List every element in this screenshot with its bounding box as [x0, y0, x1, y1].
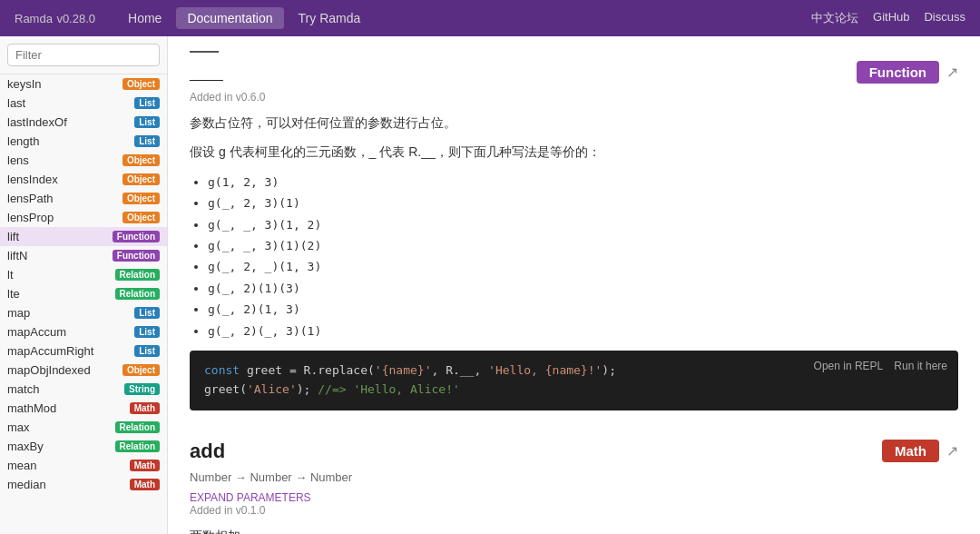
- section-header: ___ Function ↗: [190, 60, 958, 84]
- sidebar-item-median[interactable]: medianMath: [0, 475, 167, 494]
- sidebar-item-label: mapAccumRight: [7, 344, 93, 358]
- list-item: g(_, 2)(1, 3): [208, 299, 958, 320]
- function-code-links: Open in REPL Run it here: [814, 360, 947, 372]
- add-desc: 两数相加。: [190, 526, 958, 535]
- sidebar-item-label: lensIndex: [7, 173, 58, 186]
- sidebar-badge: Math: [130, 402, 160, 414]
- add-badge: Math: [882, 440, 939, 462]
- sidebar-badge: Math: [130, 460, 160, 471]
- sidebar-badge: Function: [113, 231, 160, 242]
- content-area: ___ Function ↗ Added in v0.6.0 参数占位符，可以对…: [168, 36, 980, 534]
- sidebar-badge: Object: [122, 173, 160, 185]
- nav-discuss[interactable]: Discuss: [924, 10, 965, 26]
- sidebar-item-lte[interactable]: lteRelation: [0, 284, 167, 303]
- sidebar-list: keysInObjectlastListlastIndexOfListlengt…: [0, 74, 167, 534]
- sidebar-item-label: lte: [7, 287, 20, 301]
- list-item: g(_, 2, 3)(1): [208, 193, 958, 213]
- sidebar-item-lensprop[interactable]: lensPropObject: [0, 208, 167, 227]
- sidebar-badge: Function: [113, 250, 160, 262]
- list-item: g(1, 2, 3): [208, 172, 958, 193]
- search-bar: [0, 36, 167, 74]
- list-item: g(_, _, 3)(1)(2): [208, 235, 958, 256]
- brand: Ramda v0.28.0: [15, 10, 95, 26]
- nav-chinese-forum[interactable]: 中文论坛: [811, 10, 858, 26]
- sidebar-item-label: lift: [7, 230, 19, 243]
- nav-home[interactable]: Home: [117, 7, 172, 29]
- sidebar-item-liftn[interactable]: liftNFunction: [0, 246, 167, 265]
- sidebar-item-lensindex[interactable]: lensIndexObject: [0, 170, 167, 189]
- nav-links: Home Documentation Try Ramda: [117, 7, 371, 29]
- sidebar-badge: List: [134, 135, 160, 147]
- sidebar-item-mapobjindexed[interactable]: mapObjIndexedObject: [0, 361, 167, 380]
- sidebar-item-label: keysIn: [7, 77, 42, 91]
- list-item: g(_, _, 3)(1, 2): [208, 214, 958, 235]
- sidebar-badge: Object: [122, 154, 160, 166]
- sidebar-badge: String: [124, 383, 160, 395]
- brand-version: v0.28.0: [56, 12, 95, 25]
- sidebar-badge: Relation: [115, 269, 160, 281]
- nav-github[interactable]: GitHub: [873, 10, 909, 26]
- sidebar-item-label: median: [7, 478, 46, 491]
- sidebar-item-label: lensProp: [7, 211, 54, 224]
- sidebar-item-label: length: [7, 134, 39, 148]
- add-type-sig: Number → Number → Number: [190, 470, 958, 484]
- sidebar-badge: Object: [122, 78, 160, 90]
- nav-try-ramda[interactable]: Try Ramda: [288, 7, 372, 29]
- sidebar-item-label: liftN: [7, 249, 27, 262]
- sidebar-item-label: mapObjIndexed: [7, 363, 91, 377]
- sidebar-item-label: lt: [7, 268, 14, 282]
- add-external-link-icon[interactable]: ↗: [946, 442, 958, 460]
- sidebar-badge: List: [134, 326, 160, 338]
- add-section: add Math ↗ Number → Number → Number EXPA…: [190, 440, 958, 535]
- sidebar-badge: List: [134, 97, 160, 109]
- run-it-here-function[interactable]: Run it here: [894, 360, 947, 372]
- sidebar-item-mathmod[interactable]: mathModMath: [0, 399, 167, 418]
- expand-params[interactable]: EXPAND PARAMETERS: [190, 491, 311, 504]
- sidebar-item-map[interactable]: mapList: [0, 303, 167, 322]
- section-badge-wrap: Function ↗: [857, 61, 958, 84]
- sidebar-item-label: max: [7, 420, 30, 434]
- sidebar-badge: List: [134, 307, 160, 319]
- main-layout: keysInObjectlastListlastIndexOfListlengt…: [0, 36, 980, 534]
- sidebar-item-mapaccumright[interactable]: mapAccumRightList: [0, 341, 167, 361]
- sidebar-badge: List: [134, 116, 160, 128]
- sidebar-item-last[interactable]: lastList: [0, 94, 167, 113]
- sidebar-item-lift[interactable]: liftFunction: [0, 227, 167, 246]
- sidebar-badge: Object: [122, 364, 160, 376]
- nav-documentation[interactable]: Documentation: [176, 7, 283, 29]
- sidebar-item-mapaccum[interactable]: mapAccumList: [0, 322, 167, 341]
- sidebar-item-lens[interactable]: lensObject: [0, 151, 167, 170]
- function-badge: Function: [857, 61, 939, 84]
- sidebar-item-lastindexof[interactable]: lastIndexOfList: [0, 113, 167, 132]
- list-item: g(_, 2)(1)(3): [208, 278, 958, 299]
- sidebar-item-maxby[interactable]: maxByRelation: [0, 437, 167, 456]
- add-section-header: add Math ↗: [190, 440, 958, 463]
- sidebar-item-keysin[interactable]: keysInObject: [0, 74, 167, 94]
- sidebar-badge: Math: [130, 479, 160, 490]
- sidebar-item-max[interactable]: maxRelation: [0, 418, 167, 437]
- sidebar-item-label: maxBy: [7, 440, 44, 453]
- sidebar-badge: Relation: [115, 440, 160, 452]
- sidebar-item-mean[interactable]: meanMath: [0, 456, 167, 475]
- sidebar-item-match[interactable]: matchString: [0, 380, 167, 399]
- function-desc2: 假设 g 代表柯里化的三元函数，_ 代表 R.__，则下面几种写法是等价的：: [190, 142, 958, 162]
- brand-name: Ramda: [15, 12, 53, 25]
- add-added-in: Added in v0.1.0: [190, 504, 958, 517]
- sidebar-item-label: mapAccum: [7, 325, 66, 339]
- divider: [190, 51, 219, 53]
- list-item: g(_, 2, _)(1, 3): [208, 256, 958, 277]
- open-in-repl-function[interactable]: Open in REPL: [814, 360, 884, 372]
- sidebar-item-length[interactable]: lengthList: [0, 132, 167, 151]
- function-list: g(1, 2, 3)g(_, 2, 3)(1)g(_, _, 3)(1, 2)g…: [208, 172, 958, 341]
- add-title: add: [190, 440, 225, 463]
- sidebar-badge: List: [134, 345, 160, 357]
- function-code-block: const greet = R.replace('{name}', R.__, …: [190, 351, 958, 410]
- external-link-icon[interactable]: ↗: [946, 64, 958, 81]
- search-input[interactable]: [7, 44, 160, 66]
- sidebar-item-label: match: [7, 382, 39, 396]
- list-item: g(_, 2)(_, 3)(1): [208, 321, 958, 341]
- sidebar-item-lenspath[interactable]: lensPathObject: [0, 189, 167, 208]
- section-title-placeholder: ___: [190, 60, 223, 84]
- sidebar-item-lt[interactable]: ltRelation: [0, 265, 167, 284]
- sidebar-badge: Object: [122, 212, 160, 223]
